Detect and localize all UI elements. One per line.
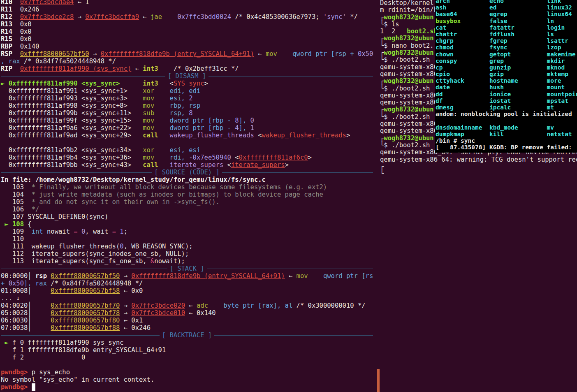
section-header: [ SOURCE (CODE) ] xyxy=(1,169,373,176)
terminal-line: cpio gzip mktemp xyxy=(436,71,577,77)
terminal-line: ... ↓ xyxy=(1,295,373,302)
text-segment: 0x7ffc3bdce2c8 xyxy=(20,13,74,21)
text-segment: int xyxy=(32,228,43,235)
text-segment xyxy=(116,228,120,235)
text-segment: ← xyxy=(285,272,297,280)
text-segment: > xyxy=(346,132,350,139)
section-header-label: [ BACKTRACE ] xyxy=(160,332,214,339)
text-segment: int3 xyxy=(143,65,158,72)
text-segment: └ xyxy=(380,170,384,177)
text-segment: 0x7ffc3bdcffa9 xyxy=(85,13,139,21)
text-segment: 103 xyxy=(1,183,32,191)
text-segment: 0xffffffff811af9b4 <sys_sync+36> xyxy=(1,154,143,161)
text-segment xyxy=(78,228,81,235)
terminal-line: 0xffffffff811af9bb <sys_sync+43> call it… xyxy=(1,161,373,169)
text-segment: ┌ xyxy=(380,14,384,21)
text-segment: $ ./boot2.sh xyxy=(384,113,430,121)
text-segment: ┌ xyxy=(380,163,384,170)
text-segment: mov xyxy=(143,154,154,161)
text-segment: 0xffffffff811af9ad <sys_sync+29> xyxy=(1,132,143,139)
text-segment: qemu-system-x86 xyxy=(380,99,438,106)
terminal-line: 0xffffffff811af9ad <sys_sync+29> call wa… xyxy=(1,132,373,139)
text-segment: 4 xyxy=(235,124,239,132)
text-segment: adc xyxy=(197,302,208,309)
text-segment: 8 xyxy=(235,117,239,124)
text-segment: ], xyxy=(239,117,250,124)
terminal-line: R10 0x7ffc3bdcdae4 ← 1 xyxy=(1,0,373,6)
terminal-line: 105 * and do not sync it on their own in… xyxy=(1,198,373,206)
text-segment xyxy=(154,146,169,154)
text-segment xyxy=(154,109,169,117)
text-segment: xor xyxy=(143,146,154,154)
terminal-line: cp gunzip mknod xyxy=(436,64,577,71)
text-segment: arch echo link xyxy=(436,0,561,4)
text-segment: iterate_supers xyxy=(231,161,285,169)
text-segment: < xyxy=(231,154,239,161)
section-header: [ BACKTRACE ] xyxy=(1,332,373,339)
terminal-line: df iostat mpstat xyxy=(436,97,577,104)
text-segment: cttyhack hostname more xyxy=(436,77,561,84)
text-segment: $ ./boot2.sh xyxy=(384,85,430,92)
text-segment: mov xyxy=(143,102,154,109)
text-segment: base64 egrep linux64 xyxy=(436,11,572,17)
text-segment: $ ls xyxy=(384,21,399,28)
text-segment: ; xyxy=(124,228,127,235)
text-segment: 0xffff88000657bf80 xyxy=(51,317,120,324)
text-segment: xor xyxy=(143,87,154,95)
text-segment: , wait xyxy=(85,228,112,235)
terminal-line: pwndbg> xyxy=(1,383,373,391)
terminal-line: R13 0x0 xyxy=(1,21,373,28)
text-segment: f 2 0 xyxy=(1,354,85,361)
text-segment: 0xffff88000657bf58 xyxy=(51,287,120,295)
text-segment xyxy=(461,18,489,24)
text-segment: 110 xyxy=(1,235,24,243)
terminal-line: 00:0000│ rsp 0xffff88000657bf50 → 0xffff… xyxy=(1,272,373,280)
text-segment: jae xyxy=(151,13,162,21)
terminal-line: qemu-system-x86_64: warning: TCG doesn't… xyxy=(380,156,577,163)
text-segment: qemu-system-x86 xyxy=(380,63,438,71)
text-segment: 0xffffffff811af990 (sys_sync) xyxy=(20,65,132,72)
text-segment: 04:0020 xyxy=(1,302,28,309)
text-segment: 0xffffffff811af990 <sys_sync> xyxy=(9,80,120,87)
terminal-line: chmod fsync lzop xyxy=(436,44,577,51)
text-segment: 1 xyxy=(120,228,123,235)
text-segment: ], rax xyxy=(24,280,47,287)
scrollbar-thumb[interactable] xyxy=(377,369,380,392)
pwndbg-terminal-pane[interactable]: R10 0x7ffc3bdcdae4 ← 1R11 0x246R12 0x7ff… xyxy=(0,0,373,392)
text-segment: { xyxy=(24,220,32,228)
text-segment: ► xyxy=(1,339,12,346)
text-segment: 0x50 xyxy=(358,50,373,58)
text-segment: → xyxy=(120,309,131,317)
text-segment: 112 xyxy=(1,250,32,257)
terminal-line xyxy=(1,139,373,146)
terminal-line: chgrp fgrep lsattr xyxy=(436,37,577,44)
text-segment: In file: /home/wogh8732/Desktop/kernel_s… xyxy=(1,176,266,183)
text-segment: chattr fdflush ls xyxy=(436,31,554,37)
terminal-line: 104 * just write metadata (such as inode… xyxy=(1,191,373,198)
text-segment: boot2.sh xyxy=(407,28,438,35)
text-segment: 107 xyxy=(1,213,28,220)
text-segment: wogh8732@ubun xyxy=(384,106,433,113)
text-segment: /* 0x4c485300636e7973; xyxy=(231,13,323,21)
terminal-line: 107 SYSCALL_DEFINE0(sync) xyxy=(1,213,373,220)
text-segment: edi, edi xyxy=(170,87,201,95)
text-segment: wogh8732@ubun xyxy=(384,135,433,142)
text-segment: andom: nonblocking pool is initialized xyxy=(436,111,572,117)
text-segment: ← xyxy=(139,13,151,21)
text-segment xyxy=(158,161,170,169)
text-segment: pwndbg> xyxy=(1,369,32,376)
qemu-guest-terminal-pane[interactable]: arch echo linkash ed linux32base64 egrep… xyxy=(435,0,577,153)
text-segment: ← 0x140 xyxy=(185,309,216,317)
text-segment: dword ptr [rbp - xyxy=(170,124,235,132)
text-segment: ← 1 xyxy=(74,0,89,6)
text-segment xyxy=(208,302,223,309)
text-segment: & xyxy=(151,257,154,265)
text-segment xyxy=(120,80,143,87)
text-segment: 0 xyxy=(120,243,123,250)
text-segment: dmesg ipcalc mt xyxy=(436,104,554,111)
terminal-line: R11 0x246 xyxy=(1,6,373,13)
text-segment: , rax xyxy=(1,58,20,65)
terminal-line: base64 egrep linux64 xyxy=(436,11,577,17)
text-segment: 0xffffffff818dfe9b (entry_SYSCALL_64+91) xyxy=(131,272,285,280)
text-segment: 0x7ffc3bdd0024 xyxy=(177,13,231,21)
